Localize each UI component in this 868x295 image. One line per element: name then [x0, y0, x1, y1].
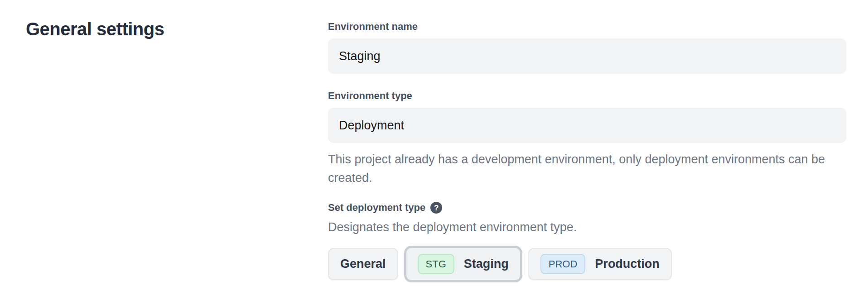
set-deployment-type-label: Set deployment type [328, 202, 425, 214]
prod-badge: PROD [540, 254, 586, 274]
deployment-type-options: General STG Staging PROD Production [328, 246, 846, 282]
environment-name-label: Environment name [328, 21, 846, 33]
settings-section-header: General settings [26, 19, 328, 295]
deployment-type-option-general-label: General [340, 257, 386, 271]
environment-type-label: Environment type [328, 90, 846, 102]
deployment-type-option-production[interactable]: PROD Production [528, 248, 672, 280]
environment-type-helper-text: This project already has a development e… [328, 150, 828, 187]
settings-page: General settings Environment name Enviro… [0, 0, 868, 295]
stg-badge: STG [418, 254, 454, 274]
deployment-type-option-production-label: Production [595, 257, 660, 271]
deployment-type-option-staging[interactable]: STG Staging [404, 246, 522, 282]
general-settings-form: Environment name Environment type This p… [328, 19, 846, 295]
deployment-type-label-row: Set deployment type ? [328, 202, 846, 214]
environment-name-input[interactable] [328, 38, 846, 74]
deployment-type-description: Designates the deployment environment ty… [328, 219, 846, 235]
deployment-type-option-staging-label: Staging [464, 257, 509, 271]
deployment-type-option-general[interactable]: General [328, 248, 398, 280]
page-title: General settings [26, 19, 328, 39]
question-mark-icon[interactable]: ? [430, 202, 442, 214]
environment-type-input[interactable] [328, 108, 846, 143]
